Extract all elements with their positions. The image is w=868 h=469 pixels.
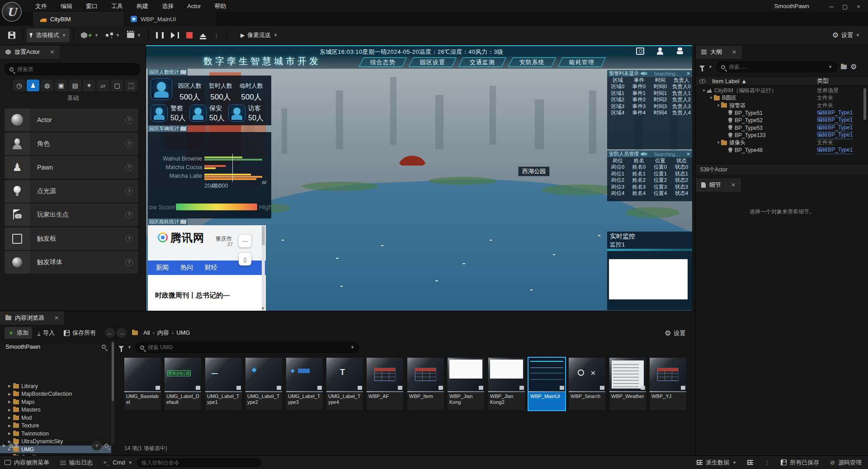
derived-data-dropdown[interactable]: 派生数据▼	[697, 459, 736, 467]
asset-tile-WBP_AF[interactable]: WBP_AF	[367, 358, 403, 410]
cmd-dropdown[interactable]: >_Cmd▼	[104, 459, 132, 466]
place-actor-item-触发框[interactable]: 触发框?	[5, 227, 138, 250]
console-input[interactable]	[142, 460, 257, 466]
webnav-热问[interactable]: 热问	[180, 264, 193, 272]
outliner-row-BP_Type133[interactable]: BP_Type133编辑BP_Type1	[696, 132, 862, 139]
close-button[interactable]: ×	[852, 1, 865, 12]
place-actor-item-玩家出生点[interactable]: +玩家出生点?	[5, 204, 138, 226]
folder-tree-item-Maps[interactable]: ▶Maps	[0, 398, 111, 406]
caret-right-icon[interactable]: ▶	[8, 400, 11, 404]
table-row[interactable]: 区域1事件1时间1负责人1	[607, 90, 692, 97]
import-button[interactable]: ↓导入	[34, 327, 58, 339]
outliner-row-报警器[interactable]: ▼报警器文件夹	[696, 102, 862, 109]
category-cinematics-icon[interactable]: ▤	[69, 80, 81, 91]
category-shapes-icon[interactable]: ▣	[55, 80, 67, 91]
add-collection-icon[interactable]: ＋	[92, 441, 102, 450]
breadcrumb-All[interactable]: All	[143, 329, 150, 336]
embedded-webpage[interactable]: 腾讯网 重庆市 27 新闻热问财经 时政微周刊丨总书记的— ▼ ⋯ ▯	[148, 225, 266, 311]
dashboard-tab-交通监测[interactable]: 交通监测	[458, 57, 506, 67]
filter-icon[interactable]	[699, 66, 705, 69]
caret-down-icon[interactable]: ▼	[717, 104, 721, 108]
minimize-button[interactable]: ─	[825, 1, 838, 12]
help-icon[interactable]: ?	[125, 187, 133, 195]
asset-tile-WBP_Search[interactable]: ✕WBP_Search	[569, 358, 605, 410]
caret-down-icon[interactable]: ▼	[717, 141, 721, 145]
source-control-button[interactable]: ⊘源码管理	[830, 459, 862, 467]
caret-right-icon[interactable]: ▶	[8, 408, 11, 412]
collections-row[interactable]: ▶合集 ＋	[3, 441, 108, 450]
category-geometry-icon[interactable]: ▱	[97, 80, 109, 91]
folder-tree-item-Texture[interactable]: ▶Texture	[0, 422, 111, 430]
caret-right-icon[interactable]: ▶	[8, 384, 11, 388]
close-icon[interactable]: ✕	[50, 49, 54, 55]
folder-tree-item-Twinmotion[interactable]: ▶Twinmotion	[0, 430, 111, 437]
edit-blueprint-link[interactable]: 编辑BP_Type1	[817, 131, 853, 139]
webnav-财经[interactable]: 财经	[205, 264, 217, 272]
place-actor-item-角色[interactable]: 角色?	[5, 133, 138, 155]
menu-item-文件[interactable]: 文件	[29, 0, 53, 12]
menu-item-工具[interactable]: 工具	[105, 0, 129, 12]
help-icon[interactable]: ?	[125, 140, 133, 147]
editor-mode-dropdown[interactable]: 选项模式 ▼	[27, 28, 70, 42]
dashboard-tab-安防系统[interactable]: 安防系统	[508, 57, 556, 67]
folder-tree-item-Mod[interactable]: ▶Mod	[0, 414, 111, 422]
close-icon[interactable]: ✕	[687, 152, 690, 156]
folder-tree-item-MapBorderCollection[interactable]: ▶MapBorderCollection	[0, 390, 111, 398]
caret-right-icon[interactable]: ▶	[8, 392, 11, 396]
help-icon[interactable]: ?	[125, 211, 133, 219]
menu-item-编辑[interactable]: 编辑	[54, 0, 79, 12]
stop-button[interactable]	[183, 28, 196, 42]
output-log-button[interactable]: 输出日志	[60, 459, 93, 467]
details-tab[interactable]: 细节 ✕	[696, 178, 741, 192]
outliner-row-BP_Type53[interactable]: BP_Type53编辑BP_Type1	[696, 124, 862, 132]
column-item-label[interactable]: Item Label ▲	[712, 78, 747, 85]
dashboard-tab-综合态势[interactable]: 综合态势	[359, 57, 407, 67]
webpage-brand[interactable]: 腾讯网	[170, 231, 204, 245]
close-icon[interactable]: ✕	[731, 182, 736, 188]
asset-tile-WBP_YJ[interactable]: WBP_YJ	[650, 358, 686, 410]
table-row[interactable]: 区域2事件2时间2负责人2	[607, 96, 692, 103]
webpage-headline[interactable]: 时政微周刊丨总书记的—	[155, 291, 230, 300]
editor-tab-WBP_MainUI[interactable]: WBP_MainUI	[123, 12, 216, 26]
asset-tile-UMG_Label_Default[interactable]: 西湖湿地公园UMG_Label_Default	[165, 358, 201, 410]
filter-icon[interactable]	[118, 346, 124, 349]
viewport-3d[interactable]: 东城区16:03:10星期一晴2024-05-20温度：26℃湿度：40风力：3…	[146, 45, 692, 311]
category-basic-icon[interactable]: ♟	[27, 80, 39, 91]
caret-right-icon[interactable]: ▶	[8, 431, 11, 436]
menu-item-Actor[interactable]: Actor	[181, 0, 207, 12]
category-visual-effects-icon[interactable]: ✶	[83, 80, 95, 91]
close-icon[interactable]: ✕	[687, 71, 690, 76]
webpage-float-chat-button[interactable]: ⋯	[239, 235, 251, 247]
outliner-tab[interactable]: 大纲 ✕	[696, 45, 742, 59]
help-icon[interactable]: ?	[125, 235, 133, 242]
category-all-icon[interactable]: ⿴	[125, 80, 137, 91]
insights-button[interactable]	[747, 460, 753, 465]
dashboard-tab-能耗管理[interactable]: 能耗管理	[558, 57, 606, 67]
breadcrumb-内容[interactable]: 内容	[157, 329, 169, 336]
table-filter-icon[interactable]	[641, 152, 648, 156]
folder-tree-item-Masters[interactable]: ▶Masters	[0, 406, 111, 414]
place-actor-tab[interactable]: 放置Actor ✕	[0, 45, 60, 59]
edit-blueprint-link[interactable]: 编辑BP_Type1	[817, 116, 853, 124]
add-actor-dropdown[interactable]: +▼	[77, 28, 102, 42]
dashboard-tab-园区设置[interactable]: 园区设置	[409, 57, 457, 67]
webnav-新闻[interactable]: 新闻	[156, 264, 169, 272]
close-icon[interactable]: ✕	[732, 49, 736, 55]
folder-tree-item-Library[interactable]: ▶Library	[0, 382, 111, 390]
place-actor-item-触发球体[interactable]: 触发球体?	[5, 251, 138, 274]
table-row[interactable]: 岗位4姓名4位置4状态4	[607, 190, 692, 197]
caret-down-icon[interactable]: ▼	[702, 89, 707, 93]
place-actor-item-Pawn[interactable]: ♟Pawn?	[5, 156, 138, 179]
place-actor-item-点光源[interactable]: 点光源?	[5, 180, 138, 203]
outliner-row-BP_Type52[interactable]: BP_Type52编辑BP_Type1	[696, 117, 862, 124]
menu-item-帮助[interactable]: 帮助	[208, 0, 232, 12]
table-row[interactable]: 区域3事件3时间3负责人3	[607, 103, 692, 110]
outliner-row-摄像头[interactable]: ▼摄像头文件夹	[696, 139, 862, 147]
content-drawer-button[interactable]: 内容侧滑菜单	[5, 459, 49, 467]
webpage-scroll-thumb[interactable]	[262, 226, 265, 245]
search-icon[interactable]	[104, 444, 108, 448]
scroll-down-icon[interactable]: ▼	[261, 306, 265, 311]
column-type[interactable]: 类型	[817, 77, 829, 85]
breadcrumb-UMG[interactable]: UMG	[176, 329, 190, 336]
caret-right-icon[interactable]: ▶	[8, 416, 11, 420]
